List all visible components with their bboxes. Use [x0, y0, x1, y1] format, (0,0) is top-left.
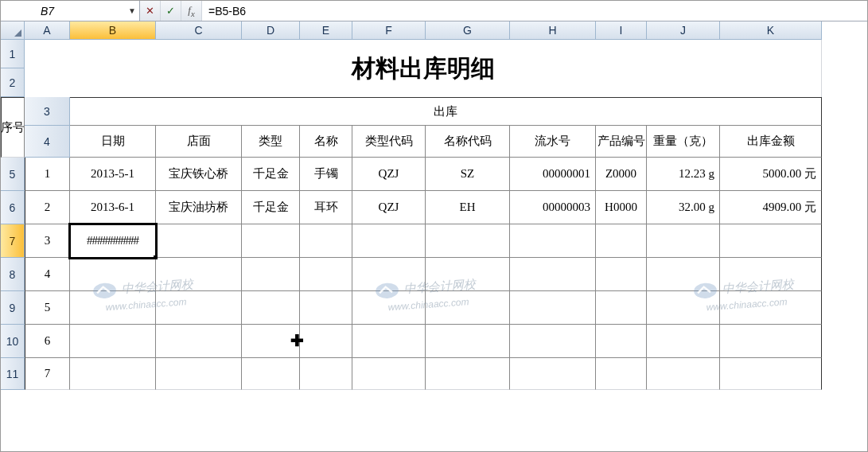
- formula-input[interactable]: [202, 1, 867, 21]
- cell-G11[interactable]: [426, 358, 510, 390]
- name-box[interactable]: B7: [1, 5, 125, 18]
- cell-J8[interactable]: [647, 258, 720, 291]
- cell-I8[interactable]: [596, 258, 647, 291]
- cell-F7[interactable]: [352, 224, 426, 258]
- cell-B7-active[interactable]: ##########: [70, 224, 156, 258]
- col-header-A[interactable]: A: [25, 21, 70, 40]
- cell-K5[interactable]: 5000.00 元: [720, 158, 822, 191]
- cell-D7[interactable]: [242, 224, 300, 258]
- cell-I10[interactable]: [596, 325, 647, 358]
- select-all-corner[interactable]: [1, 21, 25, 40]
- cell-E11[interactable]: [300, 358, 352, 390]
- cell-B11[interactable]: [70, 358, 156, 390]
- cell-F10[interactable]: [352, 325, 426, 358]
- cell-G5[interactable]: SZ: [426, 158, 510, 191]
- cancel-icon[interactable]: ✕: [140, 1, 161, 21]
- cell-I7[interactable]: [596, 224, 647, 258]
- row-header-3[interactable]: 3: [25, 97, 70, 126]
- name-box-wrap[interactable]: B7 ▼: [1, 1, 140, 21]
- cell-A5[interactable]: 1: [25, 158, 70, 191]
- cell-E9[interactable]: [300, 291, 352, 325]
- cell-K7[interactable]: [720, 224, 822, 258]
- cell-F6[interactable]: QZJ: [352, 191, 426, 224]
- cell-B6[interactable]: 2013-6-1: [70, 191, 156, 224]
- row-header-10[interactable]: 10: [1, 325, 25, 358]
- cell-E6[interactable]: 耳环: [300, 191, 352, 224]
- cell-C11[interactable]: [156, 358, 242, 390]
- col-header-H[interactable]: H: [510, 21, 596, 40]
- cell-F11[interactable]: [352, 358, 426, 390]
- cell-H9[interactable]: [510, 291, 596, 325]
- row-header-7[interactable]: 7: [1, 224, 25, 258]
- cell-K6[interactable]: 4909.00 元: [720, 191, 822, 224]
- cell-J9[interactable]: [647, 291, 720, 325]
- col-header-G[interactable]: G: [426, 21, 510, 40]
- cell-A7[interactable]: 3: [25, 224, 70, 258]
- cell-G7[interactable]: [426, 224, 510, 258]
- fx-icon[interactable]: fx: [181, 1, 202, 21]
- cell-G10[interactable]: [426, 325, 510, 358]
- cell-D5[interactable]: 千足金: [242, 158, 300, 191]
- cell-C7[interactable]: [156, 224, 242, 258]
- cell-K10[interactable]: [720, 325, 822, 358]
- cell-D6[interactable]: 千足金: [242, 191, 300, 224]
- cell-H10[interactable]: [510, 325, 596, 358]
- cell-E7[interactable]: [300, 224, 352, 258]
- cell-C9[interactable]: [156, 291, 242, 325]
- cell-A10[interactable]: 6: [25, 325, 70, 358]
- cell-A8[interactable]: 4: [25, 258, 70, 291]
- cell-I11[interactable]: [596, 358, 647, 390]
- cell-B10[interactable]: [70, 325, 156, 358]
- cell-K8[interactable]: [720, 258, 822, 291]
- confirm-icon[interactable]: ✓: [161, 1, 181, 21]
- name-box-dropdown-icon[interactable]: ▼: [125, 6, 139, 15]
- cell-H5[interactable]: 00000001: [510, 158, 596, 191]
- cell-E10[interactable]: [300, 325, 352, 358]
- cell-J7[interactable]: [647, 224, 720, 258]
- cell-C5[interactable]: 宝庆铁心桥: [156, 158, 242, 191]
- cell-H7[interactable]: [510, 224, 596, 258]
- cell-E5[interactable]: 手镯: [300, 158, 352, 191]
- cell-G8[interactable]: [426, 258, 510, 291]
- cell-F5[interactable]: QZJ: [352, 158, 426, 191]
- cell-E8[interactable]: [300, 258, 352, 291]
- cell-I5[interactable]: Z0000: [596, 158, 647, 191]
- cell-D11[interactable]: [242, 358, 300, 390]
- cell-C8[interactable]: [156, 258, 242, 291]
- row-header-2[interactable]: 2: [1, 68, 25, 97]
- col-header-E[interactable]: E: [300, 21, 352, 40]
- cell-G9[interactable]: [426, 291, 510, 325]
- cell-B8[interactable]: [70, 258, 156, 291]
- cell-I6[interactable]: H0000: [596, 191, 647, 224]
- row-header-8[interactable]: 8: [1, 258, 25, 291]
- cell-D9[interactable]: [242, 291, 300, 325]
- cell-C6[interactable]: 宝庆油坊桥: [156, 191, 242, 224]
- cell-K11[interactable]: [720, 358, 822, 390]
- cell-C10[interactable]: [156, 325, 242, 358]
- cell-B5[interactable]: 2013-5-1: [70, 158, 156, 191]
- cell-J5[interactable]: 12.23 g: [647, 158, 720, 191]
- col-header-J[interactable]: J: [647, 21, 720, 40]
- row-header-4[interactable]: 4: [25, 126, 70, 158]
- cell-H6[interactable]: 00000003: [510, 191, 596, 224]
- col-header-F[interactable]: F: [352, 21, 426, 40]
- cell-H11[interactable]: [510, 358, 596, 390]
- cell-F8[interactable]: [352, 258, 426, 291]
- cell-F9[interactable]: [352, 291, 426, 325]
- row-header-11[interactable]: 11: [1, 358, 25, 390]
- col-header-C[interactable]: C: [156, 21, 242, 40]
- col-header-B[interactable]: B: [70, 21, 156, 40]
- cell-B9[interactable]: [70, 291, 156, 325]
- col-header-K[interactable]: K: [720, 21, 822, 40]
- cell-J11[interactable]: [647, 358, 720, 390]
- col-header-D[interactable]: D: [242, 21, 300, 40]
- cell-H8[interactable]: [510, 258, 596, 291]
- row-header-6[interactable]: 6: [1, 191, 25, 224]
- cell-K9[interactable]: [720, 291, 822, 325]
- cell-A6[interactable]: 2: [25, 191, 70, 224]
- row-header-5[interactable]: 5: [1, 158, 25, 191]
- row-header-9[interactable]: 9: [1, 291, 25, 325]
- cell-I9[interactable]: [596, 291, 647, 325]
- cell-D8[interactable]: [242, 258, 300, 291]
- cell-A11[interactable]: 7: [25, 358, 70, 390]
